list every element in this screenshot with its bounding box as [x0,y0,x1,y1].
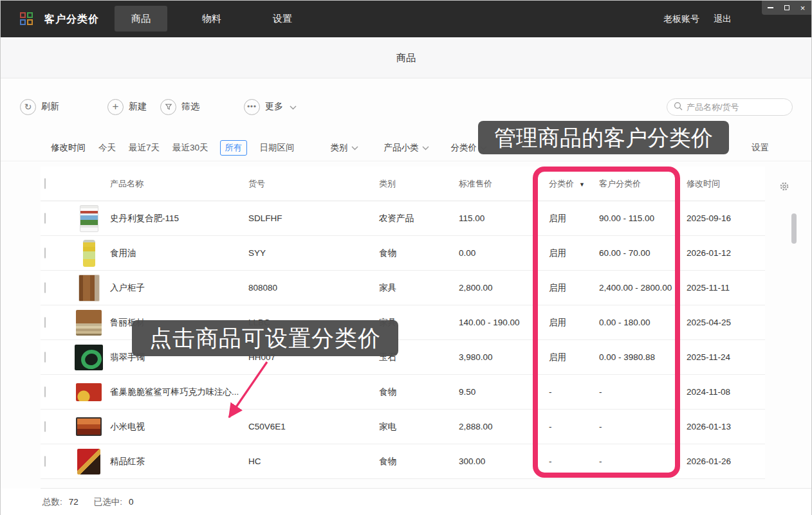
product-name[interactable]: 精品红茶 [110,456,248,467]
vertical-scrollbar-thumb[interactable] [791,213,797,244]
tab-settings[interactable]: 设置 [256,6,309,32]
filter-all-selected[interactable]: 所有 [220,140,247,156]
status-footer: 总数: 72 已选中: 0 [1,489,811,515]
filter-today[interactable]: 今天 [98,142,116,154]
row-checkbox[interactable] [44,317,46,328]
ellipsis-icon: ••• [244,99,260,115]
column-settings-gear-icon[interactable] [779,181,789,194]
maximize-icon [784,5,789,10]
search-box [667,98,793,116]
filter-button[interactable]: 筛选 [160,78,199,135]
table-header-row: 产品名称 货号 类别 标准售价 分类价▼ 客户分类价 修改时间 [41,167,765,201]
col-price[interactable]: 标准售价 [459,178,549,190]
product-image [77,449,100,474]
minimize-button[interactable] [767,4,775,12]
product-image [80,205,98,232]
modified-date: 2026-01-13 [687,422,765,431]
col-modified[interactable]: 修改时间 [687,178,765,190]
table-row[interactable]: 精品红茶 HC 食物 300.00 - - 2026-01-26 [41,444,765,479]
product-category: 农资产品 [379,213,459,224]
table-row[interactable]: 小米电视 C50V6E1 家电 2,888.00 - - 2026-01-13 [41,410,765,444]
tier-price-status: 启用 [549,248,599,259]
chevron-down-icon [351,146,358,150]
titlebar: 客户分类价 商品 物料 设置 老板账号 退出 × [1,1,811,37]
maximize-button[interactable] [783,4,791,12]
product-image [83,240,95,267]
product-image [76,417,102,436]
dropdown-category[interactable]: 类别 [331,142,358,154]
customer-tier-price: 90.00 - 115.00 [599,213,687,223]
customer-tier-price: 60.00 - 70.00 [599,248,687,258]
product-price: 140.00 - 190.00 [459,318,549,327]
col-name[interactable]: 产品名称 [110,178,248,190]
row-checkbox[interactable] [44,386,46,397]
product-price: 2,888.00 [459,422,549,431]
row-checkbox[interactable] [44,213,46,224]
row-checkbox[interactable] [44,456,46,467]
product-category: 食物 [379,386,459,398]
filter-last7days[interactable]: 最近7天 [129,142,160,154]
table-row[interactable]: 入户柜子 808080 家具 2,800.00 启用 2,400.00 - 28… [41,271,765,305]
new-button[interactable]: + 新建 [107,78,147,135]
row-checkbox[interactable] [44,248,46,258]
row-checkbox[interactable] [44,352,46,363]
tier-price-status: - [549,387,599,397]
page-header: 商品 [1,37,811,78]
tier-price-status: - [549,456,599,466]
account-button[interactable]: 老板账号 [663,1,699,37]
product-category: 食物 [379,456,459,467]
modified-date: 2024-11-08 [687,387,765,397]
tab-materials[interactable]: 物料 [185,6,238,32]
total-count-label: 总数: [42,496,62,508]
product-name[interactable]: 食用油 [110,248,248,259]
total-count: 72 [69,497,78,507]
main-tabs: 商品 物料 设置 [115,6,309,32]
filter-group-label: 修改时间 [51,142,86,154]
tier-price-status: - [549,422,599,431]
tab-products[interactable]: 商品 [115,6,167,32]
modified-date: 2026-01-12 [687,248,765,258]
tooltip-manage-tier-prices: 管理商品的客户分类价 [478,121,729,154]
sort-desc-icon[interactable]: ▼ [579,181,585,188]
filter-last30days[interactable]: 最近30天 [172,142,208,154]
tier-price-status: 启用 [549,352,599,363]
col-code[interactable]: 货号 [248,178,379,190]
select-all-checkbox[interactable] [44,178,46,189]
plus-icon: + [107,99,124,115]
product-category: 食物 [379,248,459,259]
filter-date-range[interactable]: 日期区间 [260,142,295,154]
tooltip-click-product: 点击商品可设置分类价 [132,320,398,356]
product-image [76,383,102,401]
product-name[interactable]: 史丹利复合肥-115 [110,213,248,224]
product-price: 3,980.00 [459,352,549,362]
col-range[interactable]: 客户分类价 [599,178,687,190]
refresh-icon: ↻ [20,99,36,115]
product-name[interactable]: 入户柜子 [110,282,248,294]
col-status[interactable]: 分类价▼ [549,178,599,190]
customer-tier-price: 0.00 - 3980.88 [599,352,687,362]
modified-date: 2025-11-24 [687,352,765,362]
product-price: 115.00 [459,213,549,223]
modified-date: 2025-09-16 [687,213,765,223]
product-image [76,310,102,336]
close-button[interactable]: × [799,4,807,12]
product-price: 2,800.00 [459,283,549,293]
selected-count: 0 [129,497,134,507]
table-row[interactable]: 食用油 SYY 食物 0.00 启用 60.00 - 70.00 2026-01… [41,236,765,271]
dropdown-subcategory[interactable]: 产品小类 [384,142,429,154]
row-checkbox[interactable] [44,421,46,432]
table-row[interactable]: 雀巢脆脆鲨鲨可棒巧克力味注心... 食物 9.50 - - 2024-11-08 [41,375,765,410]
table-row[interactable]: 史丹利复合肥-115 SDLFHF 农资产品 115.00 启用 90.00 -… [41,201,765,236]
filter-settings-button[interactable]: 设置 [752,142,769,154]
col-category[interactable]: 类别 [379,178,459,190]
product-category: 家电 [379,421,459,433]
more-button[interactable]: ••• 更多 [244,78,297,135]
logout-button[interactable]: 退出 [714,1,732,37]
refresh-button[interactable]: ↻ 刷新 [20,78,59,135]
selected-count-label: 已选中: [94,496,122,508]
customer-tier-price: 2,400.00 - 2800.00 [599,283,687,293]
search-input[interactable] [687,102,783,112]
tier-price-status: 启用 [549,317,599,329]
row-checkbox[interactable] [44,282,46,293]
product-price: 0.00 [459,248,549,258]
